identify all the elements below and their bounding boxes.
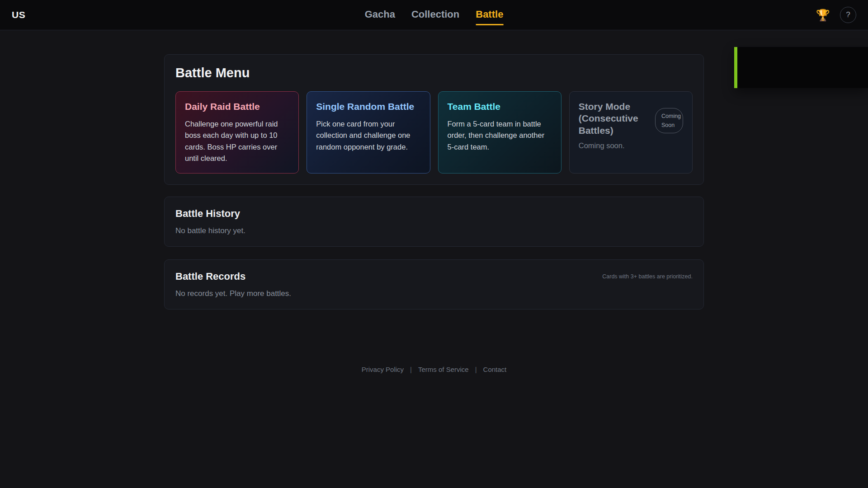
coming-soon-badge: Coming Soon [655, 108, 683, 133]
card-description: Challenge one powerful raid boss each da… [185, 118, 289, 164]
battle-records-header: Battle Records Cards with 3+ battles are… [175, 271, 693, 282]
battle-mode-cards: Daily Raid Battle Challenge one powerful… [175, 91, 693, 174]
footer-link-terms-of-service[interactable]: Terms of Service [415, 366, 472, 373]
footer: Privacy Policy|Terms of Service|Contact [164, 366, 704, 373]
footer-link-contact[interactable]: Contact [481, 366, 509, 373]
story-card-header: Story Mode (Consecutive Battles) Coming … [579, 101, 683, 140]
trophy-icon[interactable]: 🏆 [816, 9, 830, 21]
card-description: Pick one card from your collection and c… [316, 118, 420, 153]
card-single-random-battle[interactable]: Single Random Battle Pick one card from … [307, 91, 430, 174]
battle-history-panel: Battle History No battle history yet. [164, 197, 704, 247]
battle-history-title: Battle History [175, 208, 693, 220]
tab-gacha[interactable]: Gacha [365, 5, 395, 25]
card-story-mode: Story Mode (Consecutive Battles) Coming … [569, 91, 693, 174]
battle-records-note: Cards with 3+ battles are prioritized. [602, 273, 693, 280]
tab-collection[interactable]: Collection [411, 5, 459, 25]
battle-records-panel: Battle Records Cards with 3+ battles are… [164, 259, 704, 310]
card-title: Team Battle [448, 101, 552, 113]
top-nav: US Gacha Collection Battle 🏆 ? [0, 0, 868, 30]
footer-separator: | [406, 366, 415, 373]
tab-battle[interactable]: Battle [476, 5, 503, 25]
card-description: Coming soon. [579, 140, 683, 151]
card-title: Story Mode (Consecutive Battles) [579, 101, 642, 136]
nav-tabs: Gacha Collection Battle [365, 0, 504, 30]
footer-separator: | [472, 366, 481, 373]
footer-link-privacy-policy[interactable]: Privacy Policy [359, 366, 406, 373]
battle-records-empty-text: No records yet. Play more battles. [175, 289, 693, 298]
battle-menu-panel: Battle Menu Daily Raid Battle Challenge … [164, 54, 704, 185]
battle-menu-title: Battle Menu [175, 66, 693, 80]
card-daily-raid-battle[interactable]: Daily Raid Battle Challenge one powerful… [175, 91, 299, 174]
nav-actions: 🏆 ? [816, 7, 856, 23]
card-description: Form a 5-card team in battle order, then… [448, 118, 552, 153]
app-logo[interactable]: US [12, 9, 25, 20]
help-button[interactable]: ? [840, 7, 856, 23]
card-title: Single Random Battle [316, 101, 420, 113]
notification-toast [734, 47, 868, 88]
main-content: Battle Menu Daily Raid Battle Challenge … [164, 54, 704, 373]
card-title: Daily Raid Battle [185, 101, 289, 113]
card-team-battle[interactable]: Team Battle Form a 5-card team in battle… [438, 91, 561, 174]
battle-history-empty-text: No battle history yet. [175, 226, 693, 235]
battle-records-title: Battle Records [175, 271, 245, 282]
